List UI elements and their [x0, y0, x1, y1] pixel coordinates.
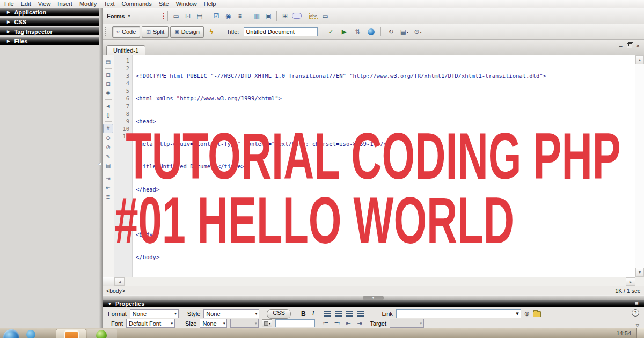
- split-view-button[interactable]: ◫ Split: [142, 26, 169, 38]
- link-input[interactable]: ▾: [396, 309, 521, 318]
- code-view-button[interactable]: ‹› Code: [112, 26, 140, 38]
- expand-more-icon[interactable]: ▽: [636, 323, 639, 328]
- text-color-input[interactable]: [275, 319, 315, 327]
- text-indent-icon[interactable]: ⇥: [355, 320, 363, 327]
- ordered-list-icon[interactable]: ≕: [333, 320, 341, 327]
- list-menu-icon[interactable]: ≡: [234, 11, 246, 21]
- view-options-icon[interactable]: ▤▾: [398, 27, 410, 37]
- preview-globe-icon[interactable]: [365, 27, 377, 37]
- menu-item-edit[interactable]: Edit: [21, 1, 31, 7]
- title-input[interactable]: [244, 27, 318, 36]
- check-browser-compatibility-icon[interactable]: ✓: [325, 27, 336, 37]
- remove-comment-icon[interactable]: ⊘: [104, 143, 113, 151]
- style-select[interactable]: None ▾: [203, 309, 259, 318]
- design-view-button[interactable]: ▣ Design: [170, 26, 204, 38]
- line-numbers-icon[interactable]: #: [103, 124, 113, 133]
- textarea-icon[interactable]: ▤: [194, 11, 206, 21]
- recent-snippets-icon[interactable]: ▤: [104, 161, 113, 170]
- menu-item-insert[interactable]: Insert: [57, 1, 72, 7]
- tag-selector[interactable]: <body>: [106, 288, 125, 294]
- show-desktop-button[interactable]: [636, 328, 644, 338]
- align-left-icon[interactable]: [324, 311, 331, 317]
- menu-item-view[interactable]: View: [38, 1, 51, 7]
- properties-header[interactable]: ▼ Properties ≣: [103, 300, 644, 307]
- panel-group-application[interactable]: ▶ Application: [0, 8, 99, 16]
- panel-group-files[interactable]: ▶ Files: [0, 37, 99, 45]
- document-tab-bar: Untitled-1 – ×: [103, 40, 644, 55]
- browse-folder-icon[interactable]: [533, 311, 541, 317]
- code-editor[interactable]: <!DOCTYPE html PUBLIC "-//W3C//DTD XHTML…: [133, 55, 635, 277]
- align-right-icon[interactable]: [346, 311, 353, 317]
- radio-button-icon[interactable]: ◉: [222, 11, 234, 21]
- menu-item-text[interactable]: Text: [104, 1, 114, 7]
- text-color-swatch[interactable]: ▾: [262, 319, 272, 327]
- help-button[interactable]: ?: [632, 309, 639, 317]
- format-select[interactable]: None ▾: [130, 309, 179, 318]
- panel-group-tag-inspector[interactable]: ▶ Tag Inspector: [0, 27, 99, 35]
- button-field-icon[interactable]: [291, 11, 303, 21]
- minimize-button[interactable]: –: [619, 42, 622, 49]
- taskbar-item-active-app[interactable]: [56, 329, 86, 338]
- text-field-icon[interactable]: ▭: [170, 11, 182, 21]
- menu-item-commands[interactable]: Commands: [121, 1, 151, 7]
- outdent-code-icon[interactable]: ⇤: [104, 183, 113, 192]
- indent-code-icon[interactable]: ⇥: [104, 174, 113, 182]
- panel-menu-icon[interactable]: ≣: [634, 301, 639, 306]
- text-outdent-icon[interactable]: ⇤: [344, 320, 352, 327]
- expand-all-icon[interactable]: ✱: [104, 89, 113, 97]
- restore-button[interactable]: [627, 43, 632, 48]
- preview-debug-icon[interactable]: ▶: [338, 27, 350, 37]
- panel-group-css[interactable]: ▶ CSS: [0, 18, 99, 26]
- scroll-down-icon[interactable]: ▼: [635, 268, 644, 277]
- unordered-list-icon[interactable]: ≔: [321, 320, 330, 327]
- insert-category-menu[interactable]: Forms ▾: [107, 13, 130, 19]
- balance-braces-icon[interactable]: {}: [104, 111, 113, 119]
- image-field-icon[interactable]: ▣: [262, 11, 274, 21]
- fieldset-icon[interactable]: ▭: [319, 11, 331, 21]
- file-management-icon[interactable]: ⇅: [352, 27, 363, 37]
- css-button[interactable]: CSS: [267, 309, 291, 319]
- hidden-field-icon[interactable]: ⊡: [182, 11, 194, 21]
- format-source-code-icon[interactable]: ≣: [104, 193, 113, 201]
- italic-button[interactable]: I: [311, 310, 316, 318]
- file-field-icon[interactable]: ⊞: [279, 11, 291, 21]
- vertical-scrollbar[interactable]: ▲ ▼: [635, 55, 644, 277]
- size-select[interactable]: None ▾: [200, 319, 227, 328]
- document-tab[interactable]: Untitled-1: [106, 45, 145, 55]
- taskbar-item-green-app[interactable]: [87, 329, 117, 338]
- menu-item-help[interactable]: Help: [204, 1, 216, 7]
- bold-button[interactable]: B: [299, 310, 308, 318]
- scroll-right-icon[interactable]: ►: [626, 277, 635, 286]
- form-icon[interactable]: [153, 11, 165, 21]
- toolbar-grip[interactable]: [105, 27, 108, 36]
- start-button[interactable]: [3, 329, 19, 338]
- collapse-full-tag-icon[interactable]: ⊟: [104, 71, 113, 79]
- close-button[interactable]: ×: [636, 42, 640, 49]
- menu-item-site[interactable]: Site: [159, 1, 169, 7]
- collapse-selection-icon[interactable]: ⊡: [104, 80, 113, 88]
- live-data-icon[interactable]: ϟ: [206, 27, 217, 37]
- scrollbar-track[interactable]: [125, 277, 626, 286]
- point-to-file-icon[interactable]: ⊕: [524, 310, 530, 318]
- apply-comment-icon[interactable]: ⊙: [104, 134, 113, 142]
- jump-menu-icon[interactable]: ▥: [251, 11, 262, 21]
- align-center-icon[interactable]: [335, 311, 342, 317]
- visual-aids-icon[interactable]: ⊙▾: [412, 27, 423, 37]
- scroll-left-icon[interactable]: ◄: [115, 277, 125, 286]
- menu-item-modify[interactable]: Modify: [79, 1, 97, 7]
- label-field-icon[interactable]: abc: [308, 11, 319, 21]
- menu-item-window[interactable]: Window: [176, 1, 197, 7]
- refresh-icon[interactable]: ↻: [385, 27, 397, 37]
- horizontal-scrollbar[interactable]: ◄ ►: [103, 277, 644, 286]
- open-documents-icon[interactable]: ▤: [104, 58, 113, 66]
- taskbar-item-blue-app-icon[interactable]: [26, 330, 35, 338]
- code-line: </head>: [136, 186, 635, 193]
- panel-splitter[interactable]: ▾: [103, 295, 644, 300]
- font-select[interactable]: Default Font ▾: [126, 319, 175, 328]
- select-parent-tag-icon[interactable]: ◄: [104, 102, 113, 110]
- align-justify-icon[interactable]: [357, 311, 364, 317]
- wrap-tag-icon[interactable]: ✎: [104, 152, 113, 160]
- checkbox-icon[interactable]: ☑: [210, 11, 222, 21]
- scroll-up-icon[interactable]: ▲: [635, 55, 644, 64]
- menu-item-file[interactable]: File: [4, 1, 14, 7]
